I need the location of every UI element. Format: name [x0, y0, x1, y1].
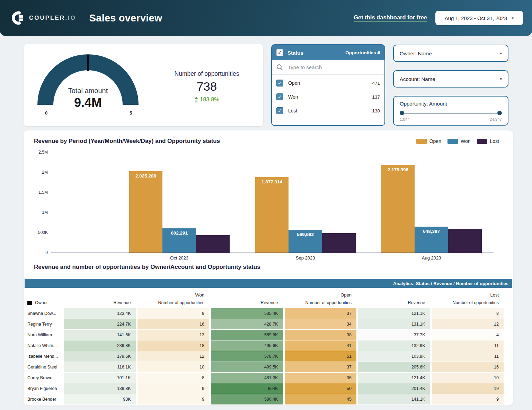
owner-cell: Corey Brown	[25, 373, 62, 383]
bar-lost	[196, 235, 230, 253]
cell-open_count: 36	[285, 373, 357, 383]
cell-won_revenue: 101.1K	[64, 373, 136, 383]
metric-label: Number of opportunities	[150, 70, 263, 78]
cell-open_count: 34	[285, 319, 357, 329]
status-item-label: Open	[288, 80, 300, 86]
metric-value: 738	[150, 80, 263, 93]
cell-won_count: 9	[138, 383, 210, 394]
cell-open_count: 50	[285, 383, 357, 394]
owner-cell: Bryan Figueroa	[25, 383, 62, 394]
cell-won_revenue: 116.1K	[64, 362, 136, 372]
cell-lost_revenue: 141.1K	[358, 394, 430, 404]
bar-group-aug-2023: 2,179,998648,387Aug 2023	[381, 152, 482, 253]
status-item-open: ✓Open471	[272, 76, 384, 90]
column-header-lost: Number of opportunities	[432, 300, 504, 305]
status-search-row	[272, 60, 384, 75]
amount-range-filter: Opportunity: Amount 1,044 24,947	[393, 96, 508, 126]
cell-won_count: 10	[138, 362, 210, 372]
slider-handle-min[interactable]	[400, 111, 404, 115]
cell-open_count: 37	[285, 308, 357, 319]
cell-won_revenue: 239.8K	[64, 340, 136, 351]
get-dashboard-link[interactable]: Get this dashboard for free	[354, 14, 427, 22]
cell-open_revenue: 481.3K	[211, 373, 283, 383]
status-checkbox-won[interactable]: ✓	[276, 93, 283, 100]
legend-label: Open	[429, 138, 441, 144]
column-header-won: Revenue	[64, 300, 136, 305]
table-row: Regina Terry224.7K16428.7K34131.1K12	[25, 319, 512, 329]
column-header-open: Revenue	[211, 300, 283, 305]
status-checkbox-lost[interactable]: ✓	[276, 107, 283, 114]
owner-column-header: Owner	[25, 300, 62, 305]
table-body: Shawna Dow...123.4K9535.4K37121.1K8Regin…	[25, 308, 512, 404]
gauge-label: Total amount	[36, 87, 140, 95]
cell-won_revenue: 224.7K	[64, 319, 136, 329]
cell-open_count: 37	[285, 362, 357, 372]
amount-max-value: 24,947	[490, 117, 502, 121]
cell-open_revenue: 559.8K	[211, 330, 283, 340]
status-filter-header: ✓ Status Opportunities #	[272, 45, 384, 60]
owner-cell: Natalie Whitn...	[25, 340, 62, 351]
bar-value-label: 569,682	[289, 232, 322, 237]
cell-lost_count: 9	[432, 394, 504, 404]
status-filter-panel: ✓ Status Opportunities # ✓Open471✓Won137…	[271, 44, 385, 126]
cell-won_revenue: 93K	[64, 394, 136, 404]
gauge-value: 9.4M	[36, 95, 140, 110]
owner-cell: Brooke Bender	[25, 394, 62, 404]
app-header: COUPLER.IO Sales overview Get this dashb…	[0, 0, 532, 36]
legend-item-lost: Lost	[477, 138, 499, 144]
chevron-down-icon: ▾	[512, 16, 514, 20]
chart-legend: OpenWonLost	[416, 138, 499, 144]
table-row: Nora William...141.5K13559.8K3837.7K4	[25, 330, 512, 340]
total-amount-gauge: Total amount 9.4M 0 5	[36, 53, 150, 119]
page-title: Sales overview	[89, 12, 162, 24]
legend-swatch	[416, 139, 427, 144]
sales-dashboard: { "header": { "brand": "COUPLER", "brand…	[0, 0, 532, 410]
cell-lost_count: 12	[432, 319, 504, 329]
bar-group-oct-2023: 2,025,288602,291Oct 2023	[129, 152, 230, 253]
column-header-open: Number of opportunities	[285, 300, 357, 305]
table-row: Shawna Dow...123.4K9535.4K37121.1K8	[25, 308, 512, 319]
bar-lost	[322, 233, 356, 253]
cell-lost_revenue: 121.4K	[358, 373, 430, 383]
gauge-max-label: 5	[130, 110, 132, 116]
group-header-lost: Lost	[358, 292, 504, 298]
cell-open_count: 45	[285, 394, 357, 404]
cell-won_revenue: 141.5K	[64, 330, 136, 340]
status-select-all-checkbox[interactable]: ✓	[276, 49, 283, 56]
cell-won_revenue: 179.6K	[64, 351, 136, 362]
bar-open: 1,877,314	[255, 177, 289, 253]
table-title: Revenue and number of opportunities by O…	[34, 264, 503, 271]
cell-lost_count: 19	[432, 383, 504, 394]
legend-swatch	[447, 139, 458, 144]
status-search-input[interactable]	[287, 64, 358, 71]
legend-label: Lost	[490, 138, 499, 144]
cell-lost_count: 11	[432, 340, 504, 351]
cell-lost_revenue: 132.9K	[358, 340, 430, 351]
owner-cell: Izabelle Mend...	[25, 351, 62, 362]
cell-won_count: 9	[138, 308, 210, 319]
chevron-down-icon: ▾	[500, 51, 502, 56]
cell-won_count: 9	[138, 394, 210, 404]
status-item-lost: ✓Lost130	[272, 104, 384, 118]
cell-won_count: 18	[138, 340, 210, 351]
cell-open_revenue: 664K	[211, 383, 283, 394]
status-checkbox-open[interactable]: ✓	[276, 80, 283, 86]
date-range-value: Aug 1, 2023 - Oct 31, 2023	[445, 15, 507, 21]
brand-name: COUPLER.IO	[29, 15, 76, 21]
status-item-count: 137	[372, 94, 380, 100]
cell-open_revenue: 580.4K	[211, 394, 283, 404]
account-filter-dropdown[interactable]: Account: Name ▾	[393, 70, 508, 88]
cell-lost_revenue: 131.1K	[358, 319, 430, 329]
cell-won_count: 13	[138, 330, 210, 340]
cell-won_revenue: 123.4K	[64, 308, 136, 319]
bar-open: 2,179,998	[381, 165, 415, 253]
y-axis-tick-label: 500K	[26, 230, 48, 235]
status-item-label: Lost	[288, 108, 297, 113]
date-range-picker[interactable]: Aug 1, 2023 - Oct 31, 2023 ▾	[435, 11, 523, 25]
owner-filter-dropdown[interactable]: Owner: Name ▾	[393, 45, 508, 62]
cell-won_count: 12	[138, 351, 210, 362]
bar-won: 602,291	[162, 228, 196, 253]
owner-cell: Nora William...	[25, 330, 62, 340]
slider-handle-max[interactable]	[497, 111, 502, 115]
cell-open_revenue: 535.4K	[211, 308, 283, 319]
